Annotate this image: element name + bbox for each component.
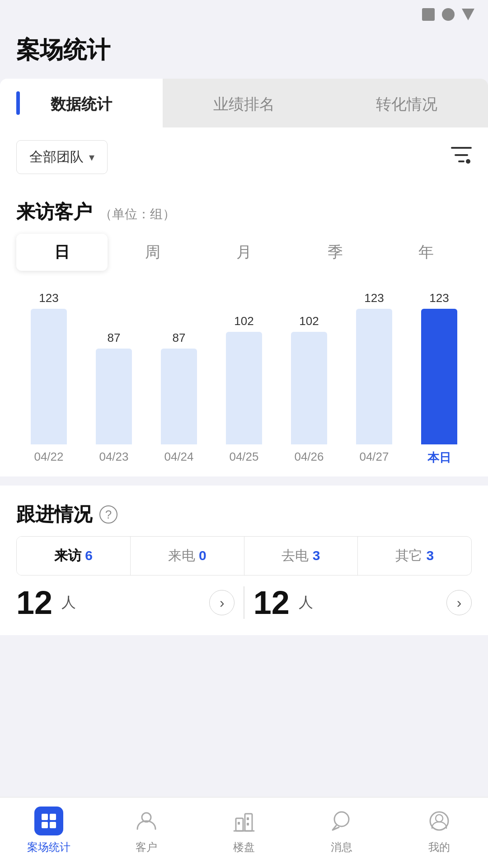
nav-label-mine: 我的 [428, 840, 450, 854]
stat-divider [244, 586, 244, 619]
tab-data-stats[interactable]: 数据统计 [0, 79, 163, 127]
main-tab-bar: 数据统计 业绩排名 转化情况 [0, 79, 488, 127]
time-tab-month[interactable]: 月 [198, 234, 290, 271]
messages-icon [327, 807, 356, 835]
page-title: 案场统计 [0, 25, 488, 79]
status-icon-triangle [462, 9, 474, 20]
x-label-2: 04/24 [146, 450, 211, 466]
bar-value-0: 123 [39, 291, 58, 305]
nav-item-messages[interactable]: 消息 [293, 807, 390, 854]
follow-section: 跟进情况 ? 来访 6来电 0去电 3其它 3 12 人 › 12 人 › [0, 486, 488, 635]
status-icon-circle [442, 8, 455, 21]
nav-label-buildings: 楼盘 [233, 840, 255, 854]
visit-section-header: 来访客户 （单位：组） [0, 183, 488, 234]
bar-0[interactable] [31, 309, 67, 444]
time-tab-year[interactable]: 年 [380, 234, 472, 271]
stats-icon [34, 807, 63, 835]
bar-value-3: 102 [234, 314, 253, 328]
x-label-1: 04/23 [81, 450, 146, 466]
nav-label-messages: 消息 [331, 840, 352, 854]
follow-stat-0[interactable]: 12 人 › [16, 586, 235, 619]
time-tab-bar: 日 周 月 季 年 [0, 234, 488, 282]
buildings-icon [230, 807, 258, 835]
bar-5[interactable] [356, 309, 392, 444]
status-icon-square [422, 8, 435, 21]
svg-point-0 [466, 159, 470, 164]
bar-2[interactable] [161, 349, 197, 444]
tab-convert[interactable]: 转化情况 [325, 79, 488, 127]
follow-stat-value-1: 12 [253, 586, 290, 619]
nav-item-clients[interactable]: 客户 [98, 807, 195, 854]
follow-stat-1[interactable]: 12 人 › [253, 586, 472, 619]
bar-column-3: 102 [211, 291, 277, 444]
follow-stat-arrow-1[interactable]: › [446, 590, 472, 615]
nav-item-buildings[interactable]: 楼盘 [195, 807, 293, 854]
bar-value-6: 123 [429, 291, 449, 305]
time-tab-quarter[interactable]: 季 [290, 234, 381, 271]
svg-rect-1 [42, 814, 48, 820]
x-label-4: 04/26 [277, 450, 342, 466]
bar-1[interactable] [96, 349, 132, 444]
bar-value-5: 123 [364, 291, 384, 305]
svg-rect-10 [247, 817, 249, 820]
bar-value-2: 87 [173, 331, 186, 345]
bar-3[interactable] [226, 332, 262, 444]
nav-item-mine[interactable]: 我的 [390, 807, 488, 854]
svg-rect-4 [50, 822, 56, 828]
chevron-down-icon: ▾ [89, 151, 94, 164]
tab-rank[interactable]: 业绩排名 [163, 79, 325, 127]
bar-column-4: 102 [277, 291, 342, 444]
follow-stat-arrow-0[interactable]: › [209, 590, 235, 615]
follow-stat-unit-0: 人 [61, 593, 76, 613]
filter-row: 全部团队 ▾ [0, 127, 488, 183]
svg-rect-3 [42, 822, 48, 828]
follow-stats-row: 12 人 › 12 人 › [0, 586, 488, 635]
team-selector[interactable]: 全部团队 ▾ [16, 140, 108, 174]
x-label-5: 04/27 [342, 450, 407, 466]
follow-tab-other[interactable]: 其它 3 [358, 537, 471, 575]
follow-stat-value-0: 12 [16, 586, 52, 619]
svg-rect-9 [238, 822, 240, 825]
help-icon[interactable]: ? [99, 505, 117, 524]
svg-point-14 [436, 815, 443, 822]
visit-section-unit: （单位：组） [99, 207, 175, 221]
follow-tab-incoming[interactable]: 来电 0 [131, 537, 244, 575]
nav-item-stats[interactable]: 案场统计 [0, 807, 98, 854]
bar-column-5: 123 [342, 291, 407, 444]
clients-icon [132, 807, 161, 835]
filter-icon[interactable] [451, 146, 472, 168]
svg-rect-11 [247, 823, 249, 826]
follow-tab-bar: 来访 6来电 0去电 3其它 3 [16, 536, 472, 576]
bar-6[interactable] [421, 309, 457, 444]
follow-tab-outgoing[interactable]: 去电 3 [244, 537, 358, 575]
bar-column-6: 123 [407, 291, 472, 444]
mine-icon [425, 807, 454, 835]
time-tab-day[interactable]: 日 [16, 234, 108, 271]
bar-value-1: 87 [108, 331, 121, 345]
bar-column-2: 87 [146, 291, 211, 444]
bottom-nav: 案场统计 客户 楼盘 [0, 797, 488, 868]
status-bar [0, 0, 488, 25]
bar-column-0: 123 [16, 291, 81, 444]
nav-label-clients: 客户 [136, 840, 157, 854]
bar-column-1: 87 [81, 291, 146, 444]
x-label-3: 04/25 [211, 450, 277, 466]
svg-point-12 [334, 812, 349, 826]
x-label-6: 本日 [407, 450, 472, 466]
team-selector-label: 全部团队 [29, 148, 84, 166]
x-label-0: 04/22 [16, 450, 81, 466]
follow-stat-unit-1: 人 [299, 593, 313, 613]
nav-label-stats: 案场统计 [27, 840, 70, 854]
bar-chart: 1238787102102123123 [0, 282, 488, 444]
bar-4[interactable] [291, 332, 327, 444]
svg-rect-2 [50, 814, 56, 820]
follow-tab-visit[interactable]: 来访 6 [17, 537, 131, 575]
chart-x-axis: 04/2204/2304/2404/2504/2604/27本日 [0, 444, 488, 476]
svg-rect-7 [245, 814, 252, 831]
bar-value-4: 102 [299, 314, 319, 328]
visit-section-title: 来访客户 [16, 201, 92, 222]
time-tab-week[interactable]: 周 [108, 234, 199, 271]
follow-section-title: 跟进情况 [16, 502, 92, 527]
